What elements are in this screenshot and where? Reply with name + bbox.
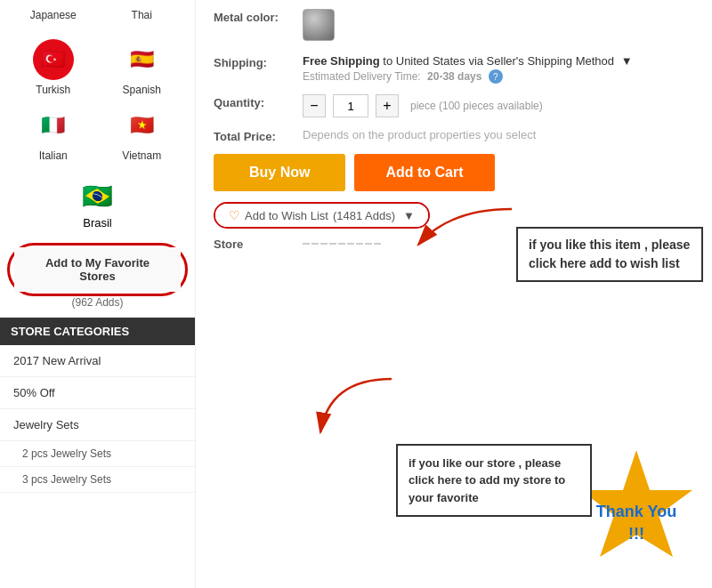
turkish-flag: 🇹🇷 (33, 39, 74, 80)
fav-store-label: Add to My Favorite Stores (45, 256, 150, 283)
spanish-flag: 🇪🇸 (121, 39, 162, 80)
quantity-input[interactable] (333, 94, 368, 117)
wishlist-adds: (1481 Adds) (333, 209, 395, 222)
shipping-estimate: Estimated Delivery Time: 20-38 days ? (303, 69, 694, 84)
store-annotation-text: if you like our store , please click her… (409, 456, 565, 504)
svg-text:Thank You: Thank You (596, 503, 676, 520)
spanish-label: Spanish (123, 84, 161, 96)
turkish-label: Turkish (36, 84, 70, 96)
wishlist-circle: ♡ Add to Wish List (1481 Adds) ▼ (214, 202, 430, 229)
shipping-text: Free Shipping to United States via Selle… (303, 54, 694, 68)
italian-flag: 🇮🇹 (33, 105, 74, 146)
language-grid: Japanese Thai (0, 0, 195, 30)
fav-store-button[interactable]: Add to My Favorite Stores (14, 247, 181, 292)
est-label: Estimated Delivery Time: (303, 70, 421, 83)
lang-thai[interactable]: Thai (102, 9, 182, 21)
free-shipping-label: Free Shipping to United States via Selle… (303, 54, 614, 68)
category-jewelry-sets[interactable]: Jewelry Sets (0, 409, 195, 441)
category-50-off[interactable]: 50% Off (0, 377, 195, 409)
vietnam-flag: 🇻🇳 (121, 105, 162, 146)
total-price-label: Total Price: (214, 128, 303, 143)
metal-color-row: Metal color: (214, 9, 694, 44)
total-price-value: Depends on the product properties you se… (303, 128, 694, 141)
total-price-row: Total Price: Depends on the product prop… (214, 128, 694, 143)
wishlist-label: Add to Wish List (245, 209, 328, 222)
add-to-cart-button[interactable]: Add to Cart (354, 154, 494, 191)
shipping-label: Shipping: (214, 54, 303, 69)
metal-color-label: Metal color: (214, 9, 303, 24)
action-buttons: Buy Now Add to Cart (214, 154, 694, 191)
store-annotation: if you like our store , please click her… (396, 444, 592, 518)
thai-label: Thai (132, 9, 152, 21)
quantity-row: Quantity: − + piece (100 pieces availabl… (214, 94, 694, 117)
category-new-arrival[interactable]: 2017 New Arrival (0, 345, 195, 377)
sidebar: Japanese Thai 🇹🇷 Turkish 🇪🇸 Spanish 🇮🇹 I… (0, 0, 196, 588)
shipping-dropdown-icon[interactable]: ▼ (621, 54, 633, 68)
flag-spanish[interactable]: 🇪🇸 Spanish (102, 39, 182, 96)
vietnam-label: Vietnam (122, 149, 161, 162)
metal-color-swatch[interactable] (303, 9, 335, 41)
quantity-label: Quantity: (214, 94, 303, 109)
fav-store-adds: (962 Adds) (7, 296, 188, 309)
quantity-increase-button[interactable]: + (376, 94, 399, 117)
category-3pcs-jewelry[interactable]: 3 pcs Jewelry Sets (0, 467, 195, 493)
brasil-flag: 🇧🇷 (77, 175, 118, 216)
fav-store-container: Add to My Favorite Stores (962 Adds) (7, 243, 188, 309)
flag-grid: 🇹🇷 Turkish 🇪🇸 Spanish 🇮🇹 Italian 🇻🇳 Viet… (0, 30, 195, 171)
category-2pcs-jewelry[interactable]: 2 pcs Jewelry Sets (0, 441, 195, 467)
japanese-label: Japanese (30, 9, 77, 21)
italian-label: Italian (39, 149, 68, 162)
shipping-row: Shipping: Free Shipping to United States… (214, 54, 694, 84)
buy-now-button[interactable]: Buy Now (214, 154, 345, 191)
shipping-value: Free Shipping to United States via Selle… (303, 54, 694, 84)
flag-turkish[interactable]: 🇹🇷 Turkish (13, 39, 93, 96)
svg-text:!!!: !!! (628, 525, 644, 543)
wishlist-annotation: if you like this item , please click her… (516, 227, 703, 282)
help-icon[interactable]: ? (489, 69, 503, 84)
store-dashes (303, 243, 409, 245)
heart-icon: ♡ (229, 208, 240, 222)
flag-italian[interactable]: 🇮🇹 Italian (13, 105, 93, 162)
store-arrow (312, 370, 400, 441)
add-to-wishlist-button[interactable]: ♡ Add to Wish List (1481 Adds) ▼ (215, 204, 428, 227)
brasil-label: Brasil (83, 216, 112, 230)
quantity-available: piece (100 pieces available) (410, 100, 543, 112)
store-label: Store (214, 236, 303, 251)
brasil-section[interactable]: 🇧🇷 Brasil (0, 171, 195, 238)
store-categories-header: STORE CATEGORIES (0, 318, 195, 345)
lang-japanese[interactable]: Japanese (13, 9, 93, 21)
quantity-value: − + piece (100 pieces available) (303, 94, 694, 117)
quantity-decrease-button[interactable]: − (303, 94, 326, 117)
est-value: 20-38 days (427, 70, 481, 83)
flag-vietnam[interactable]: 🇻🇳 Vietnam (102, 105, 182, 162)
main-content: Metal color: Shipping: Free Shipping to … (196, 0, 712, 588)
wish-arrow (405, 205, 521, 254)
fav-store-border: Add to My Favorite Stores (7, 243, 188, 296)
metal-color-value (303, 9, 694, 44)
wishlist-annotation-text: if you like this item , please click her… (529, 238, 690, 270)
